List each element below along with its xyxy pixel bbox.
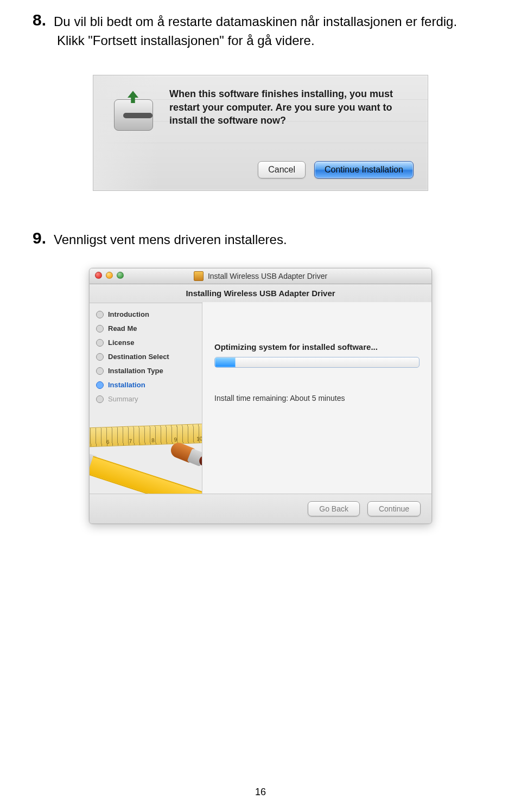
go-back-button[interactable]: Go Back	[308, 501, 360, 516]
step-9-text: Vennligst vent mens driveren installeres…	[54, 229, 287, 248]
sidebar-step-label: Installation Type	[108, 367, 163, 375]
window-title: Install Wireless USB Adapter Driver	[208, 272, 327, 280]
titlebar: Install Wireless USB Adapter Driver	[90, 268, 431, 284]
install-status-text: Optimizing system for installed software…	[214, 342, 420, 351]
install-drive-icon	[110, 92, 157, 139]
sidebar-step-label: Destination Select	[108, 353, 169, 361]
install-progress-bar	[214, 357, 420, 368]
sidebar-step-6: Summary	[96, 392, 198, 406]
sidebar-step-label: Read Me	[108, 324, 137, 333]
sidebar-step-1: Read Me	[96, 322, 198, 336]
sidebar-step-2: License	[96, 336, 198, 350]
sidebar-step-label: Summary	[108, 395, 138, 403]
step-bullet-icon	[96, 395, 104, 403]
continue-button[interactable]: Continue	[367, 501, 421, 516]
continue-installation-button[interactable]: Continue Installation	[314, 161, 414, 178]
step-8-text-line2: Klikk "Fortsett installasjonen" for å gå…	[57, 32, 488, 49]
page-number: 16	[0, 787, 521, 798]
step-8-text-line1: Du vil bli bedt om å restarte datamaskin…	[54, 11, 457, 30]
step-8: 8. Du vil bli bedt om å restarte datamas…	[33, 11, 488, 30]
step-8-number: 8.	[33, 11, 46, 29]
sidebar-step-label: Introduction	[108, 310, 149, 318]
step-bullet-icon	[96, 339, 104, 347]
dialog-message: When this software finishes installing, …	[169, 87, 415, 127]
sidebar-step-4: Installation Type	[96, 364, 198, 378]
restart-confirm-dialog: When this software finishes installing, …	[93, 75, 428, 191]
installer-step-list: IntroductionRead MeLicenseDestination Se…	[96, 308, 198, 406]
step-bullet-icon	[96, 367, 104, 375]
step-bullet-icon	[96, 325, 104, 333]
installer-footer: Go Back Continue	[90, 494, 431, 523]
sidebar-step-label: Installation	[108, 381, 145, 389]
step-9: 9. Vennligst vent mens driveren installe…	[33, 229, 488, 248]
step-9-number: 9.	[33, 229, 46, 247]
installer-main-pane: Optimizing system for installed software…	[202, 302, 431, 494]
step-bullet-icon	[96, 353, 104, 361]
cancel-button[interactable]: Cancel	[258, 161, 306, 178]
sidebar-step-0: Introduction	[96, 308, 198, 322]
sidebar-step-label: License	[108, 338, 134, 347]
step-bullet-icon	[96, 381, 104, 389]
installer-subtitle: Installing Wireless USB Adapter Driver	[90, 284, 431, 303]
install-time-remaining: Install time remaining: About 5 minutes	[214, 394, 420, 402]
sidebar-step-5: Installation	[96, 378, 198, 392]
package-icon	[194, 271, 204, 281]
installer-sidebar: 5 6 7 8 9 10 IntroductionRead MeLicenseD…	[90, 302, 202, 494]
installer-window: Install Wireless USB Adapter Driver Inst…	[89, 268, 432, 524]
step-bullet-icon	[96, 311, 104, 318]
sidebar-step-3: Destination Select	[96, 350, 198, 364]
